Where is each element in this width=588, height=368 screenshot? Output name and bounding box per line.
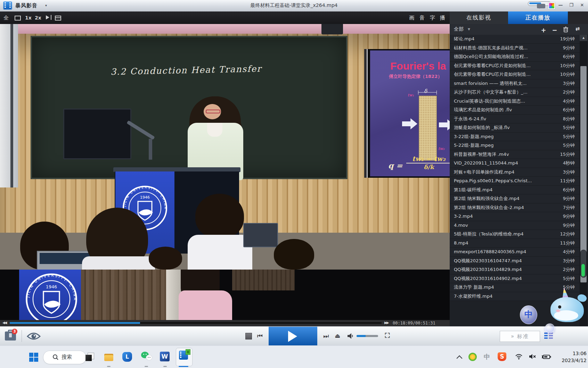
playlist-item[interactable]: 8.mp411分钟 — [450, 239, 580, 248]
playlist-item[interactable]: 5-22组-新题.mpeg5分钟 — [450, 141, 580, 150]
eye-protection-icon[interactable] — [26, 332, 41, 342]
search-input[interactable]: 搜索 — [43, 351, 86, 364]
playlist-item[interactable]: 于永强-6-24.flv8分钟 — [450, 115, 580, 124]
close-button[interactable]: ✕ — [578, 2, 586, 8]
scrollbar-thumb[interactable] — [580, 66, 587, 282]
whale-mascot[interactable] — [548, 287, 588, 328]
add-file-button[interactable]: + — [539, 26, 548, 34]
playlist-item[interactable]: 第2组 纳米颗粒强化钛合金.mp49分钟 — [450, 194, 580, 203]
audio-settings-button[interactable]: 音 — [419, 15, 425, 21]
playlist-item[interactable]: 对账+电子回单操作流程.mp43分钟 — [450, 168, 580, 177]
ceiling-speaker — [321, 24, 343, 34]
playlist-item[interactable]: 3-2.mp49分钟 — [450, 212, 580, 221]
playlist-item[interactable]: 创元素带你看看CPU芯片是如何制造...10分钟 — [450, 62, 580, 71]
battery-plug-icon[interactable] — [541, 354, 551, 361]
playlist-scrollbar[interactable]: ▲ — [580, 35, 587, 326]
start-button[interactable] — [29, 353, 38, 362]
ime-floating-badge[interactable]: 中 — [520, 305, 537, 324]
playlist-item[interactable]: 琉璃艺术品是如何制造的 .flv6分钟 — [450, 106, 580, 115]
playlist-filter-dropdown[interactable]: 全部 — [454, 26, 464, 32]
subtitle-settings-button[interactable]: 字 — [430, 15, 435, 21]
mascot-eye — [558, 305, 561, 309]
playlist-toggle-icon[interactable] — [544, 332, 553, 340]
playlist-item[interactable]: 从沙子到芯片（中文字幕+配音）_...2分钟 — [450, 88, 580, 97]
play-button[interactable] — [269, 327, 317, 346]
playlist-item[interactable]: 科普新视界-智慧海洋 .m4v15分钟 — [450, 150, 580, 159]
playlist-item[interactable]: 5组-特斯拉（Tesla)的维他命.mp412分钟 — [450, 230, 580, 239]
fullscreen-mode-button[interactable]: 全 — [3, 15, 9, 21]
broadcast-settings-button[interactable]: 播 — [440, 15, 445, 21]
playlist-item[interactable]: 创元素带你看看CPU芯片是如何制造...10分钟 — [450, 70, 580, 79]
file-explorer-button[interactable] — [104, 352, 114, 362]
tray-chevron-up-icon[interactable] — [457, 355, 463, 361]
playlist-item[interactable]: QQ视频20230316104902.mp45分钟 — [450, 274, 580, 283]
restore-button[interactable]: ❐ — [567, 2, 575, 8]
seek-row: ◀◀ ▶▶ 00:18:09/00:51:31 — [0, 320, 450, 326]
stop-button[interactable] — [245, 333, 252, 339]
playlist-item[interactable]: QQ视频20230316104747.mp43分钟 — [450, 257, 580, 266]
wechat-button[interactable] — [141, 352, 152, 361]
fullscreen-button[interactable]: ⛶ — [385, 331, 390, 339]
playlist-item-duration: 5分钟 — [563, 123, 575, 132]
student-head — [274, 239, 314, 270]
playlist-item[interactable]: smart forvision —— 透明有机太...3分钟 — [450, 79, 580, 88]
tray-clock[interactable]: 13:06 2023/4/12 — [555, 350, 587, 364]
picture-settings-button[interactable]: 画 — [409, 15, 414, 21]
sidebar-tabs: 在线影视 正在播放 — [450, 11, 588, 24]
playlist-item[interactable]: 第1组-碳纤维.mp46分钟 — [450, 186, 580, 195]
scroll-up-arrow[interactable]: ▲ — [580, 35, 587, 41]
split-screen-icon[interactable] — [55, 16, 61, 21]
playlist-item[interactable]: QQ视频20230316104829.mp42分钟 — [450, 265, 580, 274]
playlist-item[interactable]: VID_20220911_115044.mp44秒钟 — [450, 159, 580, 168]
tray-antivirus-icon[interactable] — [468, 353, 477, 361]
playlist-item[interactable]: 3-22组-新题.mpeg5分钟 — [450, 133, 580, 142]
playlist-item-duration: 11分钟 — [560, 177, 575, 185]
playlist-item-name: 3-22组-新题.mpeg — [454, 133, 494, 141]
app-menu-caret-icon[interactable]: ▾ — [45, 3, 47, 7]
remove-file-button[interactable]: − — [550, 26, 559, 34]
playlist-item[interactable]: Crucial英睿达-我们如何制造固态...4分钟 — [450, 97, 580, 106]
playlist-item[interactable]: 4.mov9分钟 — [450, 221, 580, 230]
slide-dimension-line — [418, 92, 437, 93]
skin-color-icon[interactable] — [548, 2, 555, 9]
playlist-item[interactable]: 硅材料质造-德国瓦克多晶硅生产视...9分钟 — [450, 44, 580, 53]
playlist-item-duration: 3分钟 — [563, 168, 575, 176]
playlist-item[interactable]: 游艇是如何制造的 _标清.flv5分钟 — [450, 123, 580, 133]
volume-slider[interactable] — [357, 335, 378, 337]
playlist-header: 全部 ▼ + − ⇄ — [450, 24, 588, 35]
chevron-down-icon[interactable]: ▼ — [468, 27, 470, 31]
seek-bar[interactable] — [10, 322, 382, 324]
rewind-icon[interactable]: ◀◀ — [2, 321, 6, 325]
player-toolbar: 全 1x 2x 画 音 字 播 — [0, 11, 450, 24]
tray-sogou-icon[interactable]: S — [498, 352, 506, 361]
tab-now-playing[interactable]: 正在播放 — [508, 11, 568, 24]
title-bar[interactable]: 暴风影音 ▾ 最终材料工程基础-课堂实录_x264.mp4 — ❐ ✕ — [0, 0, 588, 12]
speed-1x-button[interactable]: 1x — [25, 15, 32, 21]
tray-ime-icon[interactable]: 中 — [484, 353, 490, 361]
task-view-button[interactable] — [85, 352, 95, 362]
next-button[interactable]: ⏭ — [323, 332, 329, 340]
eject-button[interactable]: ⏏ — [335, 332, 340, 339]
boss-key-icon[interactable] — [15, 16, 21, 21]
wifi-icon[interactable] — [515, 353, 523, 361]
trash-icon[interactable] — [563, 26, 569, 34]
quality-button[interactable]: » 标准 — [500, 331, 540, 342]
speaker-icon[interactable] — [347, 332, 354, 341]
video-display-area[interactable]: 3.2 Conduction Heat Transfer Fourier's l… — [0, 24, 450, 320]
minimize-button[interactable]: — — [556, 2, 565, 8]
speed-2x-button[interactable]: 2x — [35, 15, 41, 21]
feedback-bubble-icon[interactable] — [537, 4, 545, 8]
forward-icon[interactable]: ▶▶ — [384, 321, 388, 325]
playlist-item[interactable]: 绪论.mp419分钟 — [450, 35, 580, 44]
tab-online-video[interactable]: 在线影视 — [450, 11, 508, 24]
baofeng-player-window: 暴风影音 ▾ 最终材料工程基础-课堂实录_x264.mp4 — ❐ ✕ 全 1x… — [0, 0, 588, 368]
security-app-button[interactable]: L — [122, 352, 132, 362]
playlist-item[interactable]: 德国Qcell公司太阳能电池制造过程...6分钟 — [450, 53, 580, 62]
mute-speaker-icon[interactable] — [529, 353, 537, 361]
playlist-item[interactable]: mmexport1678882400365.mp44分钟 — [450, 248, 580, 257]
previous-button[interactable]: ⏮ — [257, 332, 263, 340]
playlist-item[interactable]: Peppa.Pig.s00e01.Peppa's.Christ...11分钟 — [450, 177, 580, 186]
word-button[interactable]: W — [160, 352, 170, 361]
loop-mode-icon[interactable]: ⇄ — [573, 26, 582, 32]
playlist-item[interactable]: 第2组 纳米颗粒强化钛合金-2.mp47分钟 — [450, 203, 580, 213]
